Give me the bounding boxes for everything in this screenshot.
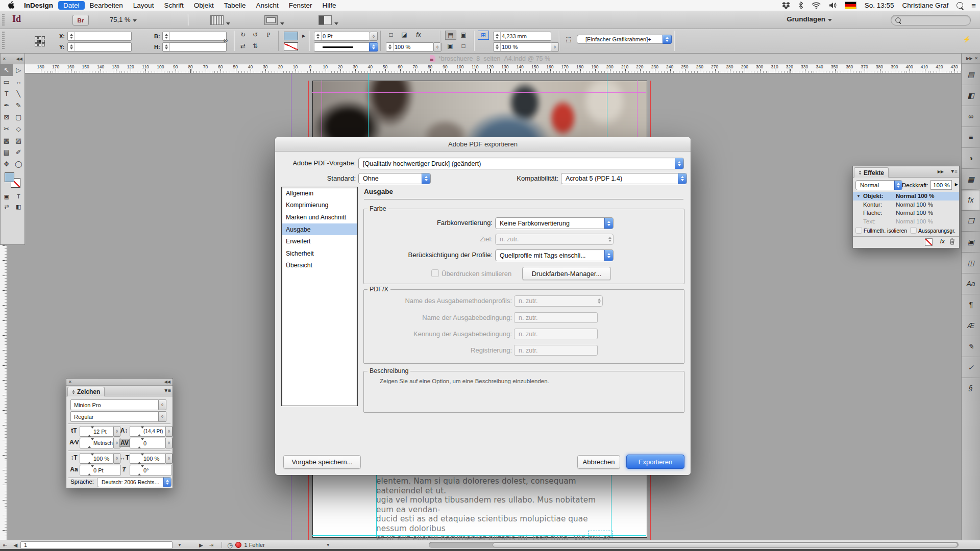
- arrange-documents-dropdown[interactable]: [318, 15, 338, 27]
- character-panel-tab[interactable]: Zeichen: [67, 387, 105, 396]
- expand-icon[interactable]: ▶▶: [966, 56, 972, 61]
- effects-row-objekt[interactable]: ▼ Objekt: Normal 100 %: [853, 192, 959, 201]
- font-style-dropdown[interactable]: Regular◊: [70, 411, 159, 422]
- page-tool[interactable]: ▭: [1, 76, 13, 88]
- selection-tool[interactable]: ↖: [1, 64, 13, 76]
- panel-menu-icon[interactable]: ▼≡: [163, 388, 170, 393]
- hand-tool[interactable]: ✥: [1, 158, 13, 170]
- opacity-flyout-icon[interactable]: ▶: [955, 182, 958, 187]
- story-panel-icon[interactable]: §: [962, 378, 980, 398]
- stroke-style-dropdown[interactable]: [314, 42, 370, 52]
- pdf-preset-dropdown[interactable]: [Qualitativ hochwertiger Druck] (geänder…: [358, 158, 684, 169]
- effects-row-flaeche[interactable]: Fläche: Normal 100 %: [853, 209, 959, 217]
- dialog-tab-uebersicht[interactable]: Übersicht: [282, 260, 357, 272]
- formatting-container-button[interactable]: ▣: [1, 191, 13, 202]
- stroke-weight-field[interactable]: 0 Pt◊: [314, 32, 370, 41]
- height-field[interactable]: [162, 42, 227, 52]
- character-panel-titlebar[interactable]: ✕ ◀◀: [66, 379, 173, 386]
- fx-icon[interactable]: fx: [940, 238, 945, 245]
- menu-fenster[interactable]: Fenster: [284, 1, 317, 10]
- fit-content-icon[interactable]: ▣: [445, 42, 455, 50]
- paragraph-panel-icon[interactable]: ¶: [962, 294, 980, 315]
- frame-fitting-icon[interactable]: ⊞: [478, 31, 489, 40]
- effects-panel-icon[interactable]: fx: [962, 189, 980, 210]
- clear-effects-icon[interactable]: [925, 238, 933, 246]
- object-styles-panel-icon[interactable]: ❒: [962, 210, 980, 231]
- scrollbar-thumb[interactable]: [493, 542, 958, 547]
- swatches-panel-icon[interactable]: ▦: [962, 168, 980, 189]
- menu-layout[interactable]: Layout: [128, 1, 159, 10]
- paragraph-direction-icon[interactable]: P: [263, 31, 274, 39]
- rotate-cw-icon[interactable]: ↻: [238, 31, 248, 39]
- scale-field[interactable]: 100 %◊: [493, 42, 551, 52]
- dialog-tab-sicherheit[interactable]: Sicherheit: [282, 247, 357, 260]
- pencil-tool[interactable]: ✎: [13, 99, 25, 111]
- corner-options-icon[interactable]: □: [386, 31, 396, 39]
- quick-apply-lightning-icon[interactable]: ⚡: [962, 35, 972, 43]
- flip-horizontal-icon[interactable]: ⇄: [238, 42, 248, 50]
- effects-fx-icon[interactable]: fx: [413, 31, 424, 39]
- page-list-arrow[interactable]: ▼: [178, 543, 182, 547]
- pen-tool[interactable]: ✒: [1, 99, 13, 111]
- font-size-field[interactable]: 12 Pt◊: [80, 426, 114, 437]
- fill-color-swatch[interactable]: [284, 32, 298, 40]
- menu-tabelle[interactable]: Tabelle: [219, 1, 251, 10]
- dropbox-icon[interactable]: [782, 2, 790, 9]
- close-icon[interactable]: ✕: [3, 57, 6, 61]
- baseline-shift-field[interactable]: 0 Pt: [80, 465, 121, 475]
- workspace-switcher[interactable]: Grundlagen: [787, 15, 832, 23]
- view-options-dropdown[interactable]: [210, 15, 230, 27]
- scissors-tool[interactable]: ✂: [1, 123, 13, 135]
- menu-app-name[interactable]: InDesign: [19, 1, 58, 10]
- knockout-group-checkbox[interactable]: [910, 227, 917, 234]
- y-position-field[interactable]: [67, 42, 132, 52]
- spotlight-search-icon[interactable]: [957, 2, 963, 9]
- wrap-bounding-icon[interactable]: ▣: [458, 31, 469, 39]
- menu-hilfe[interactable]: Hilfe: [317, 1, 341, 10]
- shadow-icon[interactable]: ◪: [399, 31, 409, 39]
- note-tool[interactable]: ▤: [1, 146, 13, 158]
- layers-panel-icon[interactable]: ◧: [962, 85, 980, 106]
- wrap-none-icon[interactable]: ▤: [445, 31, 456, 40]
- compatibility-dropdown[interactable]: Acrobat 5 (PDF 1.4): [561, 173, 687, 184]
- formatting-text-button[interactable]: T: [13, 191, 25, 202]
- preflight-clock-icon[interactable]: ◷: [227, 541, 233, 549]
- swap-fill-stroke-icon[interactable]: ⇄: [1, 202, 13, 212]
- page-number-field[interactable]: 1: [20, 541, 173, 549]
- free-transform-tool[interactable]: ◇: [13, 123, 25, 135]
- trash-icon[interactable]: [949, 238, 955, 245]
- fit-frame-icon[interactable]: □: [458, 42, 469, 50]
- collapse-icon[interactable]: ◀◀: [16, 57, 22, 61]
- line-tool[interactable]: ╲: [13, 88, 25, 99]
- opacity-field[interactable]: 100 %◊: [386, 42, 434, 52]
- dialog-tab-erweitert[interactable]: Erweitert: [282, 235, 357, 247]
- toolbar-search-input[interactable]: [891, 15, 971, 26]
- stroke-weight-dropdown[interactable]: ◊: [370, 32, 378, 41]
- pathfinder-panel-icon[interactable]: ◫: [962, 252, 980, 273]
- collapse-icon[interactable]: ◀◀: [164, 380, 170, 384]
- gradient-feather-tool[interactable]: ▨: [13, 135, 25, 146]
- last-page-button[interactable]: ⇥: [209, 542, 213, 548]
- character-panel-icon[interactable]: Aa: [962, 273, 980, 294]
- disclosure-icon[interactable]: ▼: [856, 194, 863, 198]
- color-conversion-dropdown[interactable]: Keine Farbkonvertierung: [495, 217, 614, 229]
- menu-ansicht[interactable]: Ansicht: [251, 1, 283, 10]
- standard-dropdown[interactable]: Ohne: [358, 173, 431, 184]
- dialog-tab-marken[interactable]: Marken und Anschnitt: [282, 211, 357, 223]
- rotate-ccw-icon[interactable]: ↺: [250, 31, 260, 39]
- scale-dropdown[interactable]: ◊: [551, 42, 559, 52]
- align-panel-icon[interactable]: ▣: [962, 231, 980, 252]
- zoom-tool[interactable]: ◯: [13, 158, 25, 170]
- opacity-input[interactable]: 100 %: [930, 180, 952, 190]
- menu-schrift[interactable]: Schrift: [159, 1, 188, 10]
- ink-manager-button[interactable]: Druckfarben-Manager...: [522, 267, 611, 280]
- dock-header[interactable]: ▶▶ ✕: [962, 53, 980, 64]
- language-dropdown[interactable]: Deutsch: 2006 Rechtschr...: [97, 477, 172, 487]
- fill-flyout-arrow[interactable]: ▶: [299, 32, 309, 40]
- leading-field[interactable]: (14,4 Pt)◊: [130, 426, 166, 437]
- menu-objekt[interactable]: Objekt: [189, 1, 219, 10]
- character-panel-header[interactable]: Zeichen ▼≡: [66, 386, 173, 396]
- notes-panel-icon[interactable]: ✎: [962, 336, 980, 357]
- glyphs-panel-icon[interactable]: Æ: [962, 315, 980, 336]
- zoom-level-dropdown[interactable]: 75,1 %: [110, 16, 137, 23]
